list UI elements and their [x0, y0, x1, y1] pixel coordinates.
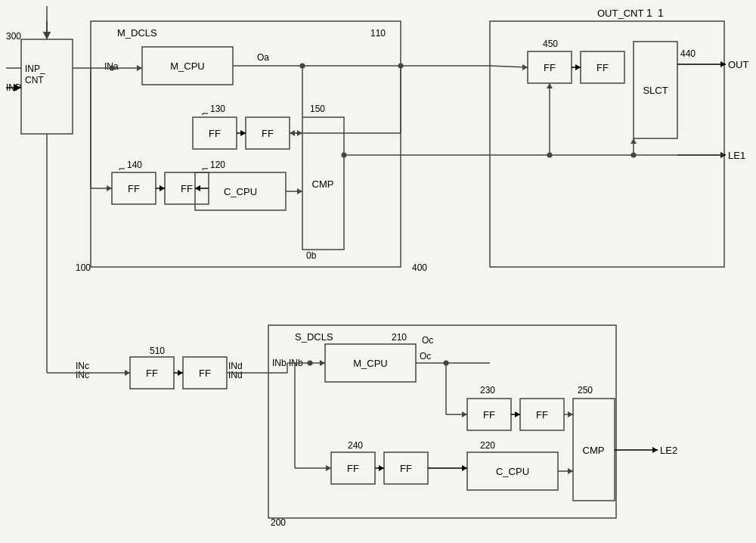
svg-text:INd: INd — [228, 370, 243, 380]
svg-text:0b: 0b — [306, 250, 317, 261]
svg-text:1: 1 — [658, 7, 664, 19]
svg-text:200: 200 — [271, 517, 286, 528]
svg-text:110: 110 — [370, 28, 386, 39]
circuit-diagram: 1 M_DCLS 110 OUT_CNT INP_ CNT 300 INP M_… — [0, 0, 756, 543]
svg-point-153 — [308, 361, 313, 366]
svg-text:FF: FF — [347, 463, 359, 474]
svg-text:FF: FF — [483, 409, 495, 420]
svg-text:150: 150 — [310, 104, 325, 114]
svg-text:FF: FF — [199, 368, 211, 379]
svg-text:INc: INc — [76, 370, 89, 380]
svg-text:Oc: Oc — [422, 335, 433, 346]
svg-text:CMP: CMP — [312, 178, 334, 190]
svg-rect-0 — [6, 6, 747, 535]
diagram: 1 M_DCLS 110 OUT_CNT INP_ CNT 300 INP M_… — [0, 0, 756, 543]
svg-text:Oa: Oa — [257, 52, 269, 63]
svg-text:OUT_CNT: OUT_CNT — [597, 8, 643, 19]
svg-text:OUT: OUT — [728, 59, 749, 70]
svg-text:M_CPU: M_CPU — [353, 358, 388, 369]
svg-text:100: 100 — [76, 262, 91, 273]
svg-text:C_CPU: C_CPU — [496, 466, 529, 477]
svg-text:FF: FF — [544, 62, 556, 73]
svg-text:FF: FF — [128, 183, 140, 194]
svg-text:FF: FF — [536, 409, 548, 420]
svg-text:440: 440 — [680, 48, 696, 59]
svg-text:M_DCLS: M_DCLS — [117, 27, 157, 39]
svg-text:S_DCLS: S_DCLS — [295, 331, 333, 343]
svg-text:450: 450 — [543, 39, 558, 49]
svg-text:300: 300 — [6, 31, 21, 42]
svg-text:FF: FF — [209, 128, 221, 139]
svg-text:INc: INc — [76, 361, 89, 371]
svg-text:FF: FF — [400, 463, 412, 474]
svg-text:220: 220 — [480, 440, 495, 451]
svg-text:M_CPU: M_CPU — [170, 61, 205, 72]
svg-text:INP_: INP_ — [25, 64, 45, 74]
svg-text:LE1: LE1 — [728, 150, 745, 161]
svg-text:1: 1 — [646, 7, 652, 19]
svg-text:FF: FF — [146, 368, 158, 379]
svg-text:210: 210 — [392, 332, 407, 343]
svg-text:FF: FF — [596, 62, 609, 73]
svg-text:FF: FF — [262, 128, 274, 139]
svg-text:230: 230 — [480, 385, 495, 396]
svg-text:240: 240 — [348, 440, 363, 451]
svg-text:510: 510 — [150, 346, 165, 356]
svg-text:140: 140 — [127, 160, 142, 170]
svg-text:400: 400 — [412, 262, 427, 273]
svg-text:CMP: CMP — [583, 445, 605, 456]
svg-text:CNT: CNT — [25, 75, 44, 85]
svg-text:INb: INb — [272, 358, 287, 368]
svg-text:SLCT: SLCT — [643, 85, 668, 96]
svg-text:120: 120 — [210, 160, 225, 170]
svg-text:FF: FF — [181, 183, 193, 194]
svg-text:130: 130 — [210, 104, 225, 114]
svg-text:C_CPU: C_CPU — [224, 186, 257, 197]
svg-text:250: 250 — [578, 385, 593, 396]
svg-text:Oc: Oc — [420, 351, 431, 361]
svg-text:LE2: LE2 — [660, 445, 677, 456]
svg-text:INd: INd — [228, 361, 243, 371]
